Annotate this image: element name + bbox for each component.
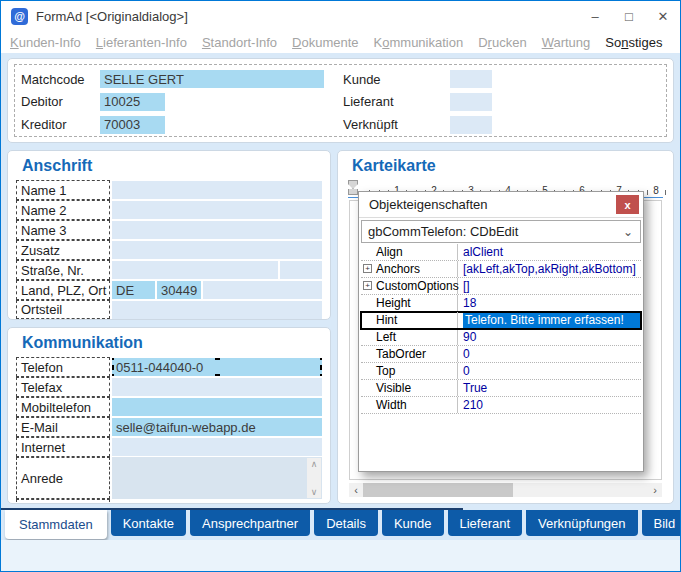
expand-icon[interactable]: +: [363, 264, 372, 273]
scroll-down-icon[interactable]: ∨: [311, 487, 318, 497]
field-label: Land, PLZ, Ort: [16, 280, 110, 300]
property-value[interactable]: 0: [458, 346, 641, 362]
input-field[interactable]: [112, 181, 322, 199]
object-properties-dialog: Objekteigenschaften x gbCommTelefon: CDb…: [358, 191, 644, 472]
tab-stammdaten[interactable]: Stammdaten: [5, 510, 107, 539]
tab-details[interactable]: Details: [314, 510, 378, 536]
tab-kunde[interactable]: Kunde: [382, 510, 444, 536]
property-value[interactable]: Telefon. Bitte immer erfassen!: [458, 312, 641, 328]
input-field[interactable]: DE: [112, 281, 155, 299]
object-selector-dropdown[interactable]: gbCommTelefon: CDbEdit ⌄: [361, 220, 641, 243]
input-field[interactable]: [112, 201, 322, 219]
selection-handle[interactable]: [320, 365, 322, 370]
input-field[interactable]: 30449: [157, 281, 201, 299]
property-row[interactable]: Top0: [361, 363, 641, 380]
scrollbar-thumb[interactable]: [363, 483, 513, 497]
selection-handle[interactable]: [215, 374, 220, 376]
tab-bild[interactable]: Bild: [642, 510, 681, 536]
menu-item-kundeninfo[interactable]: Kunden-Info: [10, 35, 81, 50]
property-row[interactable]: VisibleTrue: [361, 380, 641, 397]
form-row: Internet: [16, 437, 322, 457]
input-field[interactable]: 10025: [100, 93, 165, 111]
input-field[interactable]: SELLE GERT: [100, 70, 324, 88]
tab-ansprechpartner[interactable]: Ansprechpartner: [190, 510, 310, 536]
status-strip: [1, 540, 680, 571]
property-value[interactable]: 18: [458, 295, 641, 311]
property-value[interactable]: 90: [458, 329, 641, 345]
property-value[interactable]: True: [458, 380, 641, 396]
input-field[interactable]: [203, 281, 322, 299]
input-field[interactable]: [112, 301, 322, 319]
menu-item-lieferanteninfo[interactable]: Lieferanten-Info: [96, 35, 187, 50]
input-field[interactable]: [112, 241, 322, 259]
input-field[interactable]: [450, 93, 492, 111]
property-row[interactable]: HintTelefon. Bitte immer erfassen!: [361, 312, 641, 329]
field-label: Internet: [16, 437, 110, 457]
input-field[interactable]: [280, 261, 322, 279]
selection-handle[interactable]: [320, 358, 322, 360]
menu-item-sonstiges[interactable]: Sonstiges: [605, 35, 662, 50]
input-field[interactable]: [112, 398, 322, 416]
property-value[interactable]: 0: [458, 363, 641, 379]
field-label: Zusatz: [16, 240, 110, 260]
property-value[interactable]: alClient: [458, 244, 641, 260]
selection-handle[interactable]: [112, 374, 114, 376]
tab-verknpfungen[interactable]: Verknüpfungen: [526, 510, 637, 536]
form-row: Zusatz: [16, 240, 322, 260]
maximize-icon[interactable]: □: [612, 1, 646, 31]
property-row[interactable]: Height18: [361, 295, 641, 312]
property-value[interactable]: 210: [458, 397, 641, 413]
tab-kontakte[interactable]: Kontakte: [111, 510, 186, 536]
property-value[interactable]: [akLeft,akTop,akRight,akBottom]: [458, 261, 641, 277]
ruler-tick: [647, 190, 648, 195]
ruler-indent-marker[interactable]: [348, 180, 358, 197]
dialog-close-icon[interactable]: x: [616, 195, 639, 214]
close-icon[interactable]: ✕: [646, 1, 680, 31]
minimize-icon[interactable]: –: [578, 1, 612, 31]
form-row: MatchcodeSELLE GERT: [15, 68, 337, 90]
tab-lieferant[interactable]: Lieferant: [448, 510, 523, 536]
input-field[interactable]: [112, 221, 322, 239]
menu-item-kommunikation[interactable]: Kommunikation: [374, 35, 464, 50]
property-row[interactable]: +CustomOptions[]: [361, 278, 641, 295]
input-field[interactable]: [450, 116, 492, 134]
scroll-up-icon[interactable]: ∧: [311, 459, 318, 469]
property-row[interactable]: TabOrder0: [361, 346, 641, 363]
input-field[interactable]: [450, 70, 492, 88]
anschrift-rows: Name 1Name 2Name 3ZusatzStraße, Nr.Land,…: [16, 180, 322, 320]
property-name: Height: [361, 295, 458, 311]
input-field[interactable]: [112, 378, 322, 396]
scroll-left-icon[interactable]: ‹: [349, 483, 363, 497]
menu-item-dokumente[interactable]: Dokumente: [292, 35, 358, 50]
dialog-title-bar[interactable]: Objekteigenschaften x: [359, 192, 643, 218]
property-grid: AlignalClient+Anchors[akLeft,akTop,akRig…: [361, 244, 641, 414]
dialog-title: Objekteigenschaften: [369, 197, 488, 212]
scroll-right-icon[interactable]: ›: [648, 483, 662, 497]
input-field[interactable]: selle@taifun-webapp.de: [112, 418, 322, 436]
property-row[interactable]: Width210: [361, 397, 641, 414]
menu-item-standortinfo[interactable]: Standort-Info: [202, 35, 277, 50]
input-field[interactable]: [112, 261, 278, 279]
property-row[interactable]: Left90: [361, 329, 641, 346]
property-row[interactable]: AlignalClient: [361, 244, 641, 261]
selection-handle[interactable]: [112, 358, 114, 360]
input-field[interactable]: ∧∨: [112, 457, 322, 499]
horizontal-scrollbar[interactable]: ‹ ›: [349, 483, 662, 497]
selection-handle[interactable]: [215, 358, 220, 360]
input-field[interactable]: 0511-044040-0: [112, 358, 322, 376]
field-label: Telefax: [16, 377, 110, 397]
input-field[interactable]: 70003: [100, 116, 165, 134]
selection-handle[interactable]: [320, 374, 322, 376]
field-label: Name 1: [16, 180, 110, 200]
input-field[interactable]: [112, 438, 322, 456]
app-window: { "window": { "title": "FormAd [<Origina…: [0, 0, 681, 572]
field-label: E-Mail: [16, 417, 110, 437]
vertical-scrollbar[interactable]: ∧∨: [307, 458, 321, 498]
field-label: [16, 499, 110, 504]
menu-item-drucken[interactable]: Drucken: [478, 35, 526, 50]
property-value[interactable]: []: [458, 278, 641, 294]
selection-handle[interactable]: [112, 365, 114, 370]
expand-icon[interactable]: +: [363, 281, 372, 290]
property-row[interactable]: +Anchors[akLeft,akTop,akRight,akBottom]: [361, 261, 641, 278]
menu-item-wartung[interactable]: Wartung: [542, 35, 591, 50]
